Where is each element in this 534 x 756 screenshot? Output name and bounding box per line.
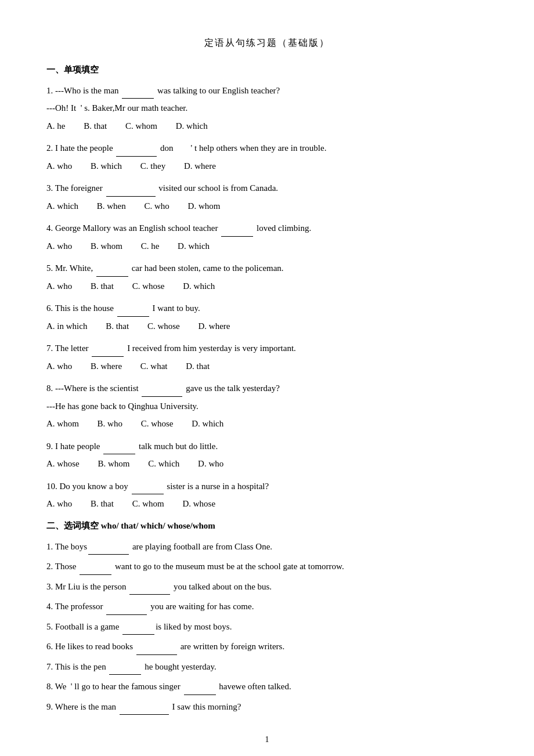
option-9c: C. which [148,455,179,472]
option-3c: C. who [145,198,169,215]
question-7-line1: 7. The letter I received from him yester… [46,340,488,357]
question-5-options: A. who B. that C. whose D. which [46,278,488,295]
fill-q2: 2. Those want to go to the museum must b… [46,558,488,575]
question-8-line1: 8. ---Where is the scientist gave us the… [46,380,488,397]
fill-blank-1 [88,554,129,555]
section1-title: 一、单项填空 [46,62,488,78]
question-2-options: A. who B. which C. they D. where [46,158,488,175]
question-2: 2. I hate the people don ' t help others… [46,140,488,174]
fill-q9: 9. Where is the man I saw this morning? [46,699,488,715]
question-4-options: A. who B. whom C. he D. which [46,238,488,255]
question-2-line1: 2. I hate the people don ' t help others… [46,140,488,157]
option-6c: C. whose [147,318,180,335]
option-5d: D. which [183,278,215,295]
option-2c: C. they [140,158,165,175]
fill-q1: 1. The boys are playing football are fro… [46,538,488,555]
fill-q7: 7. This is the pen he bought yesterday. [46,659,488,675]
option-8c: C. whose [141,415,174,432]
question-3: 3. The foreigner visited our school is f… [46,180,488,214]
fill-blank-6 [136,654,177,655]
option-5a: A. who [46,278,72,295]
question-10-options: A. who B. that C. whom D. whose [46,495,488,512]
question-4-line1: 4. George Mallory was an English school … [46,220,488,237]
option-5b: B. that [91,278,114,295]
fill-blank-7 [109,674,141,675]
fill-blank-9 [120,714,169,715]
option-8d: D. which [192,415,223,432]
page-title: 定语从句练习题（基础版） [46,35,488,52]
question-8-line2: ---He has gone back to Qinghua Universit… [46,398,488,415]
question-8: 8. ---Where is the scientist gave us the… [46,380,488,432]
fill-q3: 3. Mr Liu is the person you talked about… [46,578,488,595]
fill-blank-2 [80,574,111,575]
question-6-line1: 6. This is the house I want to buy. [46,300,488,317]
question-1-line1: 1. ---Who is the man was talking to our … [46,82,488,99]
fill-q8: 8. We ' ll go to hear the famous singer … [46,678,488,695]
question-3-options: A. which B. when C. who D. whom [46,198,488,215]
question-7: 7. The letter I received from him yester… [46,340,488,374]
question-10-line1: 10. Do you know a boy sister is a nurse … [46,478,488,495]
option-2d: D. where [184,158,216,175]
question-9: 9. I hate people talk much but do little… [46,438,488,472]
question-6-options: A. in which B. that C. whose D. where [46,318,488,335]
option-1b: B. that [84,118,107,135]
option-6b: B. that [106,318,129,335]
blank-1 [122,98,154,99]
option-6a: A. in which [46,318,87,335]
blank-4 [221,236,253,237]
question-9-line1: 9. I hate people talk much but do little… [46,438,488,455]
blank-2 [116,156,157,157]
fill-q6: 6. He likes to read books are written by… [46,638,488,655]
question-1-line2: ---Oh! It ' s. Baker,Mr our math teacher… [46,100,488,117]
option-6d: D. where [199,318,230,335]
question-1-options: A. he B. that C. whom D. which [46,118,488,135]
option-4b: B. whom [91,238,122,255]
option-9a: A. whose [46,455,80,472]
blank-3 [106,196,156,197]
option-1a: A. he [46,118,66,135]
option-1c: C. whom [125,118,157,135]
option-4d: D. which [178,238,210,255]
question-4: 4. George Mallory was an English school … [46,220,488,254]
blank-7 [92,356,124,357]
fill-blank-3 [129,594,170,595]
question-6: 6. This is the house I want to buy. A. i… [46,300,488,334]
option-7d: D. that [186,358,210,375]
option-4c: C. he [141,238,160,255]
fill-q5: 5. Football is a game is liked by most b… [46,618,488,635]
option-10a: A. who [46,495,72,512]
fill-blank-8 [184,694,216,695]
fill-q4: 4. The professor you are waiting for has… [46,598,488,615]
option-7b: B. where [91,358,122,375]
option-8b: B. who [98,415,122,432]
question-1: 1. ---Who is the man was talking to our … [46,82,488,135]
option-10d: D. whose [182,495,215,512]
option-4a: A. who [46,238,72,255]
option-2a: A. who [46,158,72,175]
question-5-line1: 5. Mr. White, car had been stolen, came … [46,260,488,277]
question-3-line1: 3. The foreigner visited our school is f… [46,180,488,197]
blank-10 [132,494,164,494]
option-7c: C. what [140,358,168,375]
fill-blank-5 [122,634,154,635]
option-8a: A. whom [46,415,79,432]
blank-5 [96,276,128,277]
option-3d: D. whom [188,198,221,215]
option-3b: B. when [97,198,126,215]
option-10b: B. that [91,495,114,512]
question-5: 5. Mr. White, car had been stolen, came … [46,260,488,294]
option-9d: D. who [198,455,223,472]
option-5c: C. whose [132,278,165,295]
blank-6 [117,316,149,317]
blank-9 [103,454,135,454]
question-9-options: A. whose B. whom C. which D. who [46,455,488,472]
fill-blank-4 [106,614,147,615]
section2-title: 二、选词填空 who/ that/ which/ whose/whom [46,518,488,534]
option-9b: B. whom [98,455,129,472]
option-7a: A. who [46,358,72,375]
option-2b: B. which [91,158,122,175]
question-8-options: A. whom B. who C. whose D. which [46,415,488,432]
section2-subtitle: who/ that/ which/ whose/whom [99,521,215,530]
option-1d: D. which [176,118,208,135]
option-3a: A. which [46,198,78,215]
